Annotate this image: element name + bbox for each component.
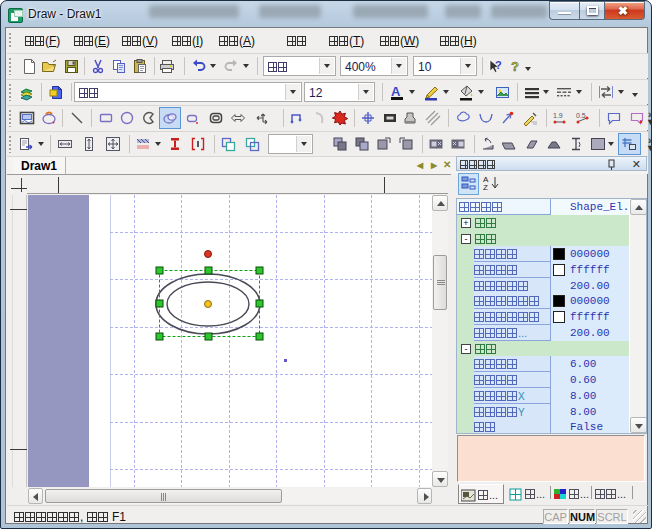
svg-text:?: ? [495, 59, 502, 71]
svg-text:Z: Z [483, 183, 488, 192]
svg-text:?: ? [511, 59, 519, 74]
svg-text:1.9: 1.9 [553, 112, 563, 119]
svg-text:A: A [391, 84, 401, 99]
svg-text:0.5: 0.5 [576, 112, 586, 119]
